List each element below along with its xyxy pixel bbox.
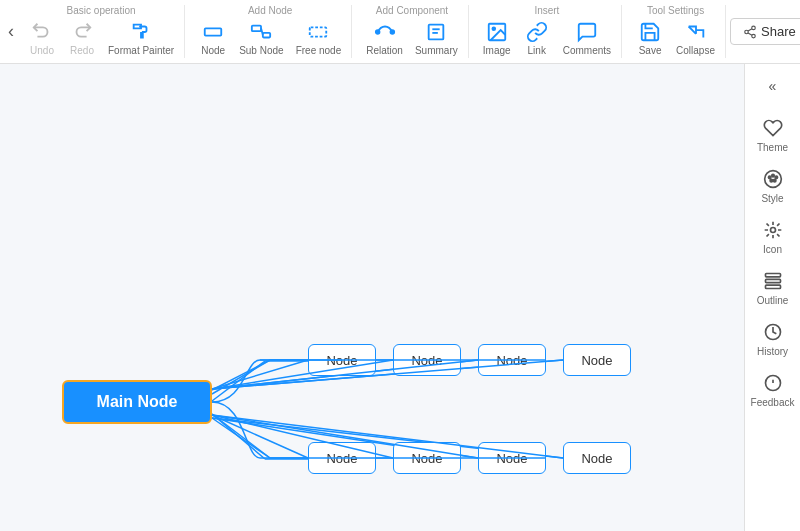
child-node-n3-label: Node (496, 353, 527, 368)
svg-point-56 (768, 176, 771, 179)
sidebar-outline-label: Outline (757, 295, 789, 306)
free-node-button[interactable]: Free node (292, 18, 346, 58)
sidebar-icon-label: Icon (763, 244, 782, 255)
free-node-label: Free node (296, 45, 342, 56)
link-label: Link (528, 45, 546, 56)
share-button[interactable]: Share (730, 18, 800, 45)
svg-point-57 (771, 174, 774, 177)
sub-node-button[interactable]: Sub Node (235, 18, 287, 58)
child-node-n2-label: Node (411, 353, 442, 368)
redo-icon (70, 20, 94, 44)
link-button[interactable]: Link (519, 18, 555, 58)
node-label: Node (201, 45, 225, 56)
redo-button[interactable]: Redo (64, 18, 100, 58)
format-painter-icon (129, 20, 153, 44)
main-node[interactable]: Main Node (62, 380, 212, 424)
toolbar-group-tool-settings: Tool Settings Save Collapse (626, 5, 726, 58)
child-node-n4-label: Node (581, 353, 612, 368)
relation-button[interactable]: Relation (362, 18, 407, 58)
main-node-label: Main Node (97, 393, 178, 411)
collapse-chevron-icon: « (769, 78, 777, 94)
toolbar-group-insert: Insert Image Link Comments (473, 5, 622, 58)
svg-rect-4 (310, 27, 327, 36)
svg-rect-62 (765, 274, 780, 277)
summary-icon (424, 20, 448, 44)
svg-line-12 (688, 27, 695, 34)
outline-icon (761, 269, 785, 293)
svg-point-55 (764, 171, 781, 188)
toolbar: ‹ Basic operation Undo Redo Format Pai (0, 0, 800, 64)
child-node-n5[interactable]: Node (308, 442, 376, 474)
child-node-n7[interactable]: Node (478, 442, 546, 474)
right-sidebar: « Theme Style Icon Outline (744, 64, 800, 531)
svg-rect-2 (263, 33, 270, 38)
free-node-icon (306, 20, 330, 44)
svg-point-6 (390, 30, 394, 34)
svg-point-11 (492, 27, 495, 30)
sidebar-item-style[interactable]: Style (747, 161, 799, 210)
svg-point-58 (775, 176, 778, 179)
child-node-n3[interactable]: Node (478, 344, 546, 376)
feedback-icon (761, 371, 785, 395)
child-node-n6-label: Node (411, 451, 442, 466)
sidebar-item-outline[interactable]: Outline (747, 263, 799, 312)
relation-icon (373, 20, 397, 44)
svg-line-31 (212, 361, 265, 401)
sidebar-item-history[interactable]: History (747, 314, 799, 363)
back-button[interactable]: ‹ (8, 18, 14, 46)
undo-button[interactable]: Undo (24, 18, 60, 58)
svg-rect-1 (252, 26, 261, 31)
group-label-basic: Basic operation (67, 5, 136, 16)
share-icon (743, 25, 757, 39)
comments-label: Comments (563, 45, 611, 56)
summary-label: Summary (415, 45, 458, 56)
svg-line-16 (748, 32, 752, 34)
svg-rect-0 (205, 28, 222, 35)
save-button[interactable]: Save (632, 18, 668, 58)
toolbar-right: Share Export (730, 18, 800, 45)
svg-point-14 (745, 30, 749, 34)
save-label: Save (639, 45, 662, 56)
sidebar-collapse-button[interactable]: « (755, 72, 791, 100)
group-label-insert: Insert (534, 5, 559, 16)
toolbar-group-add-component: Add Component Relation Summary (356, 5, 469, 58)
child-node-n2[interactable]: Node (393, 344, 461, 376)
comments-button[interactable]: Comments (559, 18, 615, 58)
format-painter-button[interactable]: Format Painter (104, 18, 178, 58)
child-node-n1[interactable]: Node (308, 344, 376, 376)
svg-rect-63 (765, 279, 780, 282)
svg-line-3 (261, 28, 263, 34)
main-area: Main Node Node Node Node Node Node Node … (0, 64, 800, 531)
canvas[interactable]: Main Node Node Node Node Node Node Node … (0, 64, 744, 531)
undo-icon (30, 20, 54, 44)
image-label: Image (483, 45, 511, 56)
sub-node-label: Sub Node (239, 45, 283, 56)
group-label-add-component: Add Component (376, 5, 448, 16)
collapse-icon (684, 20, 708, 44)
collapse-button[interactable]: Collapse (672, 18, 719, 58)
svg-point-60 (773, 179, 776, 182)
child-node-n6[interactable]: Node (393, 442, 461, 474)
sidebar-item-feedback[interactable]: Feedback (747, 365, 799, 414)
child-node-n8[interactable]: Node (563, 442, 631, 474)
style-icon (761, 167, 785, 191)
sidebar-style-label: Style (761, 193, 783, 204)
redo-label: Redo (70, 45, 94, 56)
svg-point-15 (752, 34, 756, 38)
sidebar-item-icon[interactable]: Icon (747, 212, 799, 261)
child-node-n4[interactable]: Node (563, 344, 631, 376)
comments-icon (575, 20, 599, 44)
save-icon (638, 20, 662, 44)
toolbar-group-add-node: Add Node Node Sub Node Free node (189, 5, 352, 58)
image-button[interactable]: Image (479, 18, 515, 58)
format-painter-label: Format Painter (108, 45, 174, 56)
share-label: Share (761, 24, 796, 39)
node-button[interactable]: Node (195, 18, 231, 58)
svg-rect-64 (765, 285, 780, 288)
sidebar-item-theme[interactable]: Theme (747, 110, 799, 159)
image-icon (485, 20, 509, 44)
group-label-add-node: Add Node (248, 5, 292, 16)
summary-button[interactable]: Summary (411, 18, 462, 58)
svg-point-59 (770, 179, 773, 182)
collapse-label: Collapse (676, 45, 715, 56)
